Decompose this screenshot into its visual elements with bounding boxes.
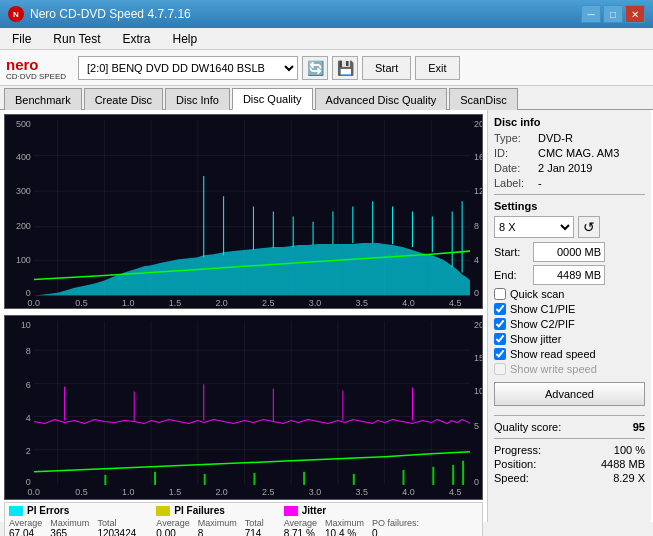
po-failures: PO failures: 0 [372, 518, 419, 536]
quick-scan-row: Quick scan [494, 288, 645, 300]
svg-rect-86 [403, 470, 405, 485]
svg-text:4.5: 4.5 [449, 298, 461, 308]
id-value: CMC MAG. AM3 [538, 147, 619, 159]
show-write-speed-checkbox [494, 363, 506, 375]
svg-text:CD·DVD SPEED: CD·DVD SPEED [6, 72, 66, 81]
svg-rect-54 [5, 316, 482, 499]
svg-text:8: 8 [474, 221, 479, 231]
title-bar: N Nero CD-DVD Speed 4.7.7.16 ─ □ ✕ [0, 0, 653, 28]
svg-text:1.5: 1.5 [169, 298, 181, 308]
show-c1pie-row: Show C1/PIE [494, 303, 645, 315]
svg-text:0.0: 0.0 [28, 487, 40, 497]
svg-text:4: 4 [474, 255, 479, 265]
advanced-button[interactable]: Advanced [494, 382, 645, 406]
jitter-avg: Average 8.71 % [284, 518, 317, 536]
svg-text:3.5: 3.5 [356, 487, 368, 497]
svg-text:200: 200 [16, 221, 31, 231]
speed-row: 8 X ↺ [494, 216, 645, 238]
progress-row: Progress: 100 % [494, 444, 645, 456]
svg-text:15: 15 [474, 353, 482, 363]
label-label: Label: [494, 177, 534, 189]
start-button[interactable]: Start [362, 56, 411, 80]
label-value: - [538, 177, 542, 189]
show-jitter-row: Show jitter [494, 333, 645, 345]
svg-text:3.5: 3.5 [356, 298, 368, 308]
svg-rect-89 [462, 461, 464, 485]
svg-rect-81 [154, 472, 156, 485]
svg-rect-85 [353, 474, 355, 485]
exit-button[interactable]: Exit [415, 56, 459, 80]
quality-score-label: Quality score: [494, 421, 561, 433]
end-label: End: [494, 269, 529, 281]
position-label: Position: [494, 458, 536, 470]
jitter-max: Maximum 10.4 % [325, 518, 364, 536]
window-controls: ─ □ ✕ [581, 5, 645, 23]
right-panel: Disc info Type: DVD-R ID: CMC MAG. AM3 D… [488, 110, 651, 522]
save-button[interactable]: 💾 [332, 56, 358, 80]
divider3 [494, 438, 645, 439]
menu-help[interactable]: Help [167, 30, 204, 48]
label-row: Label: - [494, 177, 645, 189]
legend-area: PI Errors Average 67.04 Maximum 365 Tota… [4, 502, 483, 536]
maximize-button[interactable]: □ [603, 5, 623, 23]
svg-text:4.0: 4.0 [402, 298, 414, 308]
date-row: Date: 2 Jan 2019 [494, 162, 645, 174]
tab-benchmark[interactable]: Benchmark [4, 88, 82, 110]
show-jitter-checkbox[interactable] [494, 333, 506, 345]
svg-text:20: 20 [474, 119, 482, 129]
svg-text:2.0: 2.0 [215, 298, 227, 308]
svg-text:500: 500 [16, 119, 31, 129]
lower-chart-svg: 10 8 6 4 2 0 20 15 10 5 0 [5, 316, 482, 499]
svg-text:8: 8 [26, 346, 31, 356]
svg-text:1.0: 1.0 [122, 487, 134, 497]
legend-pi-failures: PI Failures Average 0.00 Maximum 8 Total… [156, 505, 263, 536]
end-mb-row: End: [494, 265, 645, 285]
pi-failures-avg: Average 0.00 [156, 518, 189, 536]
tab-disc-info[interactable]: Disc Info [165, 88, 230, 110]
svg-text:0: 0 [474, 288, 479, 298]
tab-create-disc[interactable]: Create Disc [84, 88, 163, 110]
settings-title: Settings [494, 200, 645, 212]
tab-advanced-disc-quality[interactable]: Advanced Disc Quality [315, 88, 448, 110]
end-input[interactable] [533, 265, 605, 285]
close-button[interactable]: ✕ [625, 5, 645, 23]
show-read-speed-checkbox[interactable] [494, 348, 506, 360]
quick-scan-checkbox[interactable] [494, 288, 506, 300]
svg-text:4.0: 4.0 [402, 487, 414, 497]
svg-rect-87 [432, 467, 434, 485]
show-jitter-label: Show jitter [510, 333, 561, 345]
show-c1pie-checkbox[interactable] [494, 303, 506, 315]
tab-disc-quality[interactable]: Disc Quality [232, 88, 313, 110]
start-input[interactable] [533, 242, 605, 262]
pi-failures-max: Maximum 8 [198, 518, 237, 536]
date-label: Date: [494, 162, 534, 174]
tab-scan-disc[interactable]: ScanDisc [449, 88, 517, 110]
drive-select[interactable]: [2:0] BENQ DVD DD DW1640 BSLB [78, 56, 298, 80]
show-c2pif-checkbox[interactable] [494, 318, 506, 330]
show-read-speed-row: Show read speed [494, 348, 645, 360]
speed-value: 8.29 X [613, 472, 645, 484]
menu-extra[interactable]: Extra [116, 30, 156, 48]
upper-chart-svg: 500 400 300 200 100 0 20 16 12 8 4 0 [5, 115, 482, 308]
menu-run-test[interactable]: Run Test [47, 30, 106, 48]
pi-failures-total: Total 714 [245, 518, 264, 536]
svg-text:5: 5 [474, 421, 479, 431]
svg-text:100: 100 [16, 255, 31, 265]
menu-file[interactable]: File [6, 30, 37, 48]
position-value: 4488 MB [601, 458, 645, 470]
svg-text:1.5: 1.5 [169, 487, 181, 497]
toolbar: nero CD·DVD SPEED [2:0] BENQ DVD DD DW16… [0, 50, 653, 86]
tab-bar: Benchmark Create Disc Disc Info Disc Qua… [0, 86, 653, 110]
disc-info-title: Disc info [494, 116, 645, 128]
minimize-button[interactable]: ─ [581, 5, 601, 23]
type-label: Type: [494, 132, 534, 144]
svg-rect-82 [204, 474, 206, 485]
logo: nero CD·DVD SPEED [6, 54, 66, 82]
speed-select[interactable]: 8 X [494, 216, 574, 238]
type-row: Type: DVD-R [494, 132, 645, 144]
svg-text:2.5: 2.5 [262, 298, 274, 308]
svg-rect-84 [303, 472, 305, 485]
refresh-button[interactable]: 🔄 [302, 56, 328, 80]
pi-errors-max: Maximum 365 [50, 518, 89, 536]
speed-reset-button[interactable]: ↺ [578, 216, 600, 238]
